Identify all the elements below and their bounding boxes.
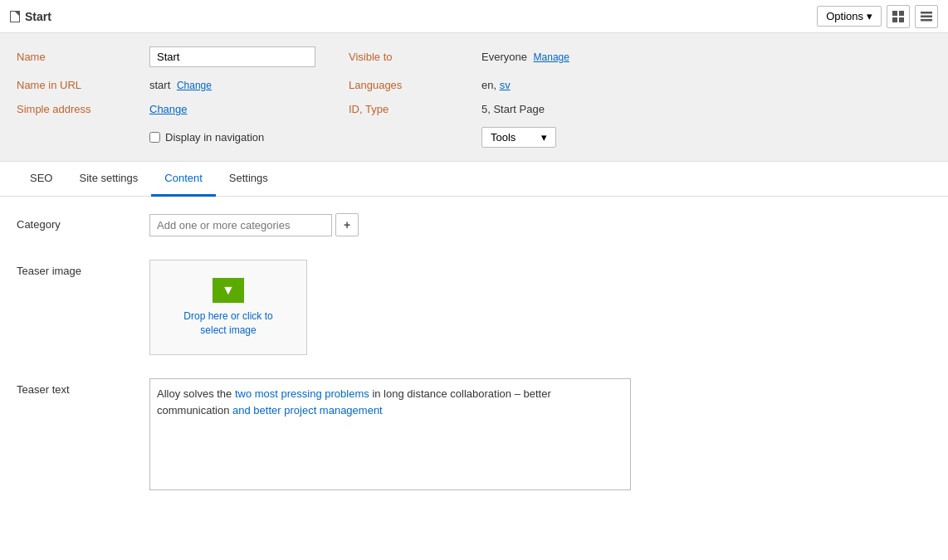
languages-value: en, sv [481, 79, 931, 91]
teaser-text-row: Teaser text Alloy solves the two most pr… [17, 378, 931, 490]
category-control: + [149, 213, 931, 236]
name-in-url-value: start Change [149, 79, 349, 91]
tab-content[interactable]: Content [151, 162, 216, 197]
name-in-url-change-link[interactable]: Change [177, 80, 212, 91]
display-nav-checkbox[interactable] [149, 132, 160, 143]
image-dropzone[interactable]: Drop here or click toselect image [149, 260, 307, 355]
svg-rect-6 [921, 19, 932, 22]
category-label: Category [17, 213, 149, 231]
grid-view-button[interactable] [887, 5, 910, 28]
teaser-text-highlight2: and better [229, 404, 284, 416]
category-row: Category + [17, 213, 931, 236]
svg-rect-5 [921, 15, 932, 17]
tools-dropdown[interactable]: Tools ▾ [481, 127, 556, 148]
manage-link[interactable]: Manage [534, 51, 569, 63]
visible-to-text: Everyone [481, 51, 527, 63]
name-in-url-text: start [149, 79, 170, 91]
name-label: Name [17, 51, 149, 63]
languages-sv-link[interactable]: sv [500, 79, 511, 91]
teaser-text-label: Teaser text [17, 378, 149, 396]
tools-label: Tools [491, 131, 516, 144]
teaser-text-area[interactable]: Alloy solves the two most pressing probl… [149, 378, 631, 490]
svg-rect-2 [892, 17, 897, 22]
page-title-area: Start [10, 10, 51, 23]
grid-icon [892, 10, 905, 23]
simple-address-value: Change [149, 103, 349, 115]
name-input-container [149, 46, 349, 67]
drop-text: Drop here or click toselect image [183, 309, 272, 338]
languages-label: Languages [349, 79, 481, 91]
drop-arrow-icon [213, 278, 244, 303]
svg-rect-4 [921, 12, 932, 14]
display-nav-text: Display in navigation [165, 131, 264, 144]
options-button[interactable]: Options ▾ [817, 6, 882, 27]
options-label: Options [826, 10, 863, 22]
visible-to-label: Visible to [349, 51, 481, 63]
teaser-image-control: Drop here or click toselect image [149, 260, 931, 355]
teaser-image-label: Teaser image [17, 260, 149, 277]
tabs-bar: SEO Site settings Content Settings [0, 162, 948, 197]
teaser-image-row: Teaser image Drop here or click toselect… [17, 260, 931, 355]
simple-address-change-link[interactable]: Change [149, 103, 188, 115]
display-nav-label[interactable]: Display in navigation [149, 131, 349, 144]
teaser-text-highlight1: two most pressing problems [235, 387, 369, 400]
category-input[interactable] [149, 214, 332, 236]
svg-rect-3 [899, 17, 904, 22]
content-area: Category + Teaser image Drop here or cli… [0, 197, 948, 530]
tools-chevron-icon: ▾ [541, 131, 547, 144]
visible-to-value: Everyone Manage [481, 51, 931, 63]
page-title: Start [25, 10, 51, 23]
tools-dropdown-container: Tools ▾ [481, 127, 931, 148]
svg-rect-0 [892, 11, 897, 16]
teaser-text-highlight3: project management [284, 404, 383, 416]
list-view-button[interactable] [915, 5, 938, 28]
simple-address-label: Simple address [17, 103, 149, 115]
properties-grid: Name Visible to Everyone Manage Name in … [17, 46, 931, 148]
svg-rect-1 [899, 11, 904, 16]
teaser-text-plain1: Alloy solves the [157, 387, 235, 400]
id-type-value: 5, Start Page [481, 103, 931, 115]
teaser-text-control: Alloy solves the two most pressing probl… [149, 378, 931, 490]
display-nav-container: Display in navigation [149, 131, 349, 144]
tab-seo[interactable]: SEO [17, 162, 66, 197]
name-input[interactable] [149, 46, 315, 67]
tab-settings[interactable]: Settings [216, 162, 281, 197]
category-add-button[interactable]: + [335, 213, 359, 236]
category-input-row: + [149, 213, 931, 236]
list-icon [920, 10, 933, 23]
id-type-label: ID, Type [349, 103, 481, 115]
options-chevron-icon: ▾ [867, 10, 872, 22]
name-in-url-label: Name in URL [17, 79, 149, 91]
top-bar: Start Options ▾ [0, 0, 948, 33]
languages-text: en, [481, 79, 500, 91]
page-doc-icon [10, 11, 20, 22]
top-bar-actions: Options ▾ [817, 5, 938, 28]
tab-site-settings[interactable]: Site settings [66, 162, 151, 197]
properties-section: Name Visible to Everyone Manage Name in … [0, 33, 948, 162]
